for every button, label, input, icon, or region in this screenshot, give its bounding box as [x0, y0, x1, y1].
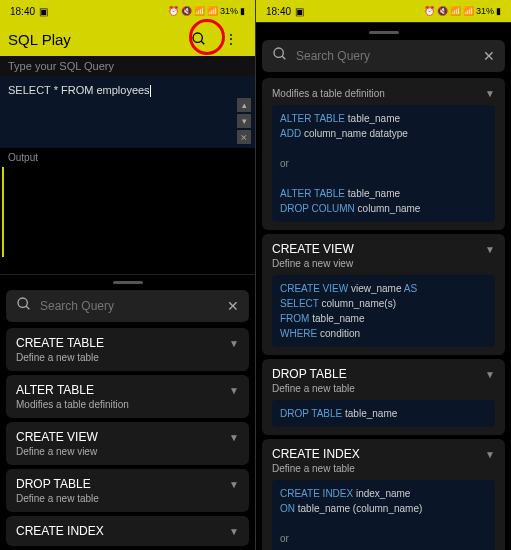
code-block: ALTER TABLE table_nameADD column_name da…	[272, 105, 495, 222]
chevron-down-icon: ▼	[485, 449, 495, 460]
chevron-down-icon: ▼	[229, 526, 239, 537]
card-title: CREATE VIEW	[272, 242, 495, 256]
search-input[interactable]	[40, 299, 227, 313]
chevron-down-icon: ▼	[485, 88, 495, 99]
svg-point-2	[18, 298, 27, 307]
chevron-down-icon: ▼	[229, 432, 239, 443]
clear-icon[interactable]: ⨯	[237, 130, 251, 144]
chevron-down-icon: ▼	[485, 369, 495, 380]
battery-icon: ▮	[496, 6, 501, 16]
snippet-card[interactable]: CREATE INDEX▼	[6, 516, 249, 546]
svg-point-4	[274, 48, 283, 57]
svg-point-0	[193, 33, 202, 42]
card-subtitle: Modifies a table definition	[272, 88, 495, 99]
chevron-down-icon: ▼	[229, 338, 239, 349]
mute-icon: 🔇	[181, 6, 192, 16]
clock: 18:40	[10, 6, 35, 17]
battery-text: 31%	[476, 6, 494, 16]
wifi-icon: 📶	[450, 6, 461, 16]
card-subtitle: Define a new table	[272, 383, 495, 394]
text-cursor	[150, 85, 151, 97]
query-text: SELECT * FROM employees	[8, 84, 150, 96]
query-hint: Type your SQL Query	[0, 56, 255, 76]
snippet-card[interactable]: CREATE INDEXDefine a new table▼CREATE IN…	[262, 439, 505, 550]
svg-line-5	[282, 56, 285, 59]
camera-icon: ▣	[39, 6, 48, 17]
card-title: DROP TABLE	[16, 477, 239, 491]
clock: 18:40	[266, 6, 291, 17]
snippet-card[interactable]: CREATE VIEWDefine a new view▼CREATE VIEW…	[262, 234, 505, 355]
more-vert-icon: ⋮	[224, 31, 238, 47]
snippet-card[interactable]: CREATE TABLEDefine a new table▼	[6, 328, 249, 371]
drag-handle[interactable]	[369, 31, 399, 34]
query-editor[interactable]: SELECT * FROM employees ▴ ▾ ⨯	[0, 76, 255, 148]
status-bar: 18:40 ▣ ⏰ 🔇 📶 📶 31% ▮	[0, 0, 255, 22]
card-subtitle: Define a new view	[16, 446, 239, 457]
arrow-up-icon[interactable]: ▴	[237, 98, 251, 112]
snippet-card[interactable]: CREATE VIEWDefine a new view▼	[6, 422, 249, 465]
card-subtitle: Define a new table	[272, 463, 495, 474]
close-icon[interactable]: ✕	[227, 298, 239, 314]
search-icon	[272, 46, 288, 66]
signal-icon: 📶	[463, 6, 474, 16]
snippet-card[interactable]: DROP TABLEDefine a new table▼DROP TABLE …	[262, 359, 505, 435]
camera-icon: ▣	[295, 6, 304, 17]
search-input[interactable]	[296, 49, 483, 63]
signal-icon: 📶	[207, 6, 218, 16]
alarm-icon: ⏰	[424, 6, 435, 16]
app-title: SQL Play	[8, 31, 183, 48]
snippet-card[interactable]: Modifies a table definition▼ALTER TABLE …	[262, 78, 505, 230]
output-area	[2, 167, 255, 257]
overflow-menu-button[interactable]: ⋮	[215, 23, 247, 55]
wifi-icon: 📶	[194, 6, 205, 16]
svg-line-3	[26, 306, 29, 309]
mute-icon: 🔇	[437, 6, 448, 16]
search-icon	[191, 31, 207, 47]
drag-handle[interactable]	[113, 281, 143, 284]
arrow-down-icon[interactable]: ▾	[237, 114, 251, 128]
card-title: CREATE VIEW	[16, 430, 239, 444]
app-bar: SQL Play ⋮	[0, 22, 255, 56]
card-subtitle: Define a new view	[272, 258, 495, 269]
svg-line-1	[201, 41, 204, 44]
card-title: CREATE INDEX	[16, 524, 239, 538]
battery-icon: ▮	[240, 6, 245, 16]
snippet-card[interactable]: DROP TABLEDefine a new table▼	[6, 469, 249, 512]
chevron-down-icon: ▼	[229, 385, 239, 396]
snippet-card[interactable]: ALTER TABLEModifies a table definition▼	[6, 375, 249, 418]
card-subtitle: Define a new table	[16, 352, 239, 363]
bottom-sheet[interactable]: ✕ CREATE TABLEDefine a new table▼ALTER T…	[0, 274, 255, 550]
battery-text: 31%	[220, 6, 238, 16]
search-icon	[16, 296, 32, 316]
card-subtitle: Modifies a table definition	[16, 399, 239, 410]
chevron-down-icon: ▼	[229, 479, 239, 490]
code-block: DROP TABLE table_name	[272, 400, 495, 427]
alarm-icon: ⏰	[168, 6, 179, 16]
card-subtitle: Define a new table	[16, 493, 239, 504]
status-bar: 18:40 ▣ ⏰ 🔇 📶 📶 31% ▮	[256, 0, 511, 22]
output-label: Output	[0, 148, 255, 167]
search-row[interactable]: ✕	[262, 40, 505, 72]
search-row[interactable]: ✕	[6, 290, 249, 322]
chevron-down-icon: ▼	[485, 244, 495, 255]
card-title: ALTER TABLE	[16, 383, 239, 397]
search-button[interactable]	[183, 23, 215, 55]
code-block: CREATE INDEX index_nameON table_name (co…	[272, 480, 495, 550]
close-icon[interactable]: ✕	[483, 48, 495, 64]
card-title: DROP TABLE	[272, 367, 495, 381]
card-title: CREATE TABLE	[16, 336, 239, 350]
card-title: CREATE INDEX	[272, 447, 495, 461]
code-block: CREATE VIEW view_name ASSELECT column_na…	[272, 275, 495, 347]
bottom-sheet[interactable]: ✕ Modifies a table definition▼ALTER TABL…	[256, 22, 511, 550]
